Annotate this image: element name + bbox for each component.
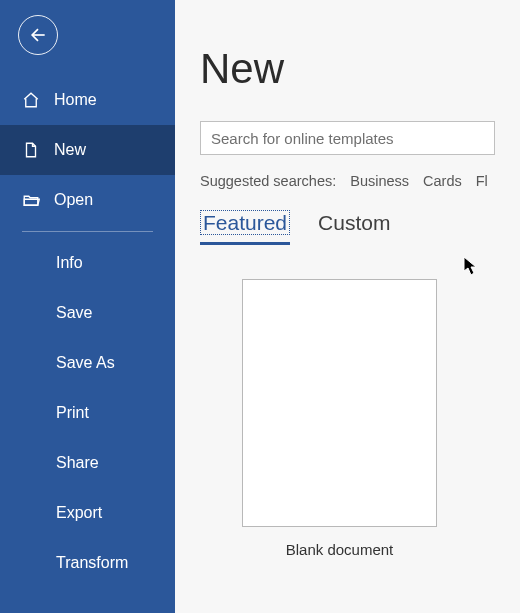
sidebar-divider — [22, 231, 153, 232]
sidebar-item-export[interactable]: Export — [0, 488, 175, 538]
page-title: New — [200, 45, 520, 93]
suggested-searches: Suggested searches: Business Cards Fl — [200, 173, 520, 189]
suggested-link-cards[interactable]: Cards — [423, 173, 462, 189]
sidebar-item-label: Home — [54, 91, 97, 109]
sidebar-item-label: New — [54, 141, 86, 159]
template-tabs: Featured Custom — [200, 211, 520, 237]
suggested-link-business[interactable]: Business — [350, 173, 409, 189]
sidebar-item-save-as[interactable]: Save As — [0, 338, 175, 388]
sidebar-item-save[interactable]: Save — [0, 288, 175, 338]
back-button[interactable] — [18, 15, 58, 55]
folder-open-icon — [22, 191, 40, 209]
template-blank-document[interactable]: Blank document — [242, 279, 437, 558]
sidebar-item-share[interactable]: Share — [0, 438, 175, 488]
sidebar-item-home[interactable]: Home — [0, 75, 175, 125]
template-label: Blank document — [286, 541, 394, 558]
suggested-link-flyers[interactable]: Fl — [476, 173, 488, 189]
home-icon — [22, 91, 40, 109]
document-icon — [22, 141, 40, 159]
sidebar-item-info[interactable]: Info — [0, 238, 175, 288]
sidebar-item-label: Open — [54, 191, 93, 209]
main-panel: New Suggested searches: Business Cards F… — [175, 0, 520, 613]
backstage-sidebar: Home New Open Info Save Save As Print Sh… — [0, 0, 175, 613]
sidebar-item-print[interactable]: Print — [0, 388, 175, 438]
sidebar-item-open[interactable]: Open — [0, 175, 175, 225]
sidebar-item-transform[interactable]: Transform — [0, 538, 175, 588]
template-search-input[interactable] — [200, 121, 495, 155]
sidebar-item-new[interactable]: New — [0, 125, 175, 175]
tab-featured[interactable]: Featured — [200, 211, 290, 237]
tab-custom[interactable]: Custom — [318, 211, 390, 237]
suggested-label: Suggested searches: — [200, 173, 336, 189]
template-thumbnail — [242, 279, 437, 527]
back-arrow-icon — [28, 25, 48, 45]
templates-grid: Blank document — [200, 279, 520, 558]
mouse-cursor-icon — [463, 256, 479, 276]
